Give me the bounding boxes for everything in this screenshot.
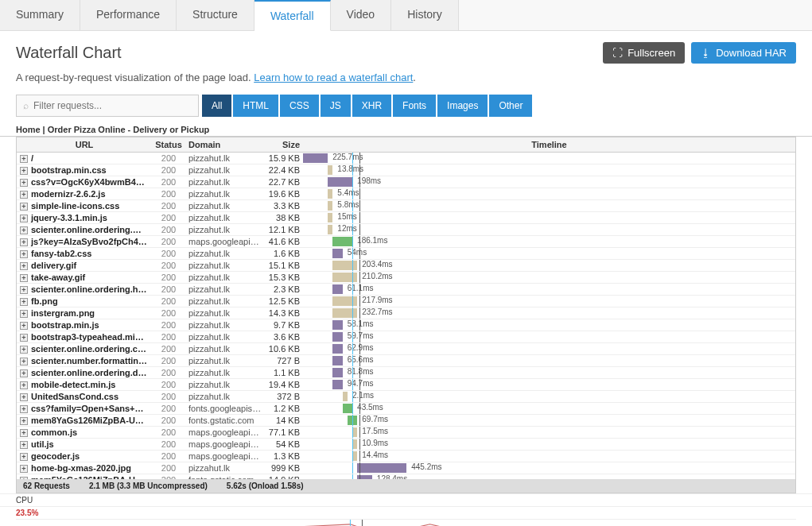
fullscreen-button[interactable]: ⛶ Fullscreen bbox=[603, 42, 685, 64]
expand-icon[interactable]: + bbox=[20, 334, 28, 342]
table-row[interactable]: +bootstrap3-typeahead.min.js200pizzahut.… bbox=[17, 331, 795, 343]
table-row[interactable]: +scienter.number.formatting.js200pizzahu… bbox=[17, 355, 795, 367]
waterfall-table-wrap: URL Status Domain Size Timeline +/200piz… bbox=[16, 137, 796, 493]
expand-icon[interactable]: + bbox=[20, 226, 28, 234]
table-row[interactable]: +modernizr-2.6.2.js200pizzahut.lk19.6 KB… bbox=[17, 188, 795, 200]
expand-icon[interactable]: + bbox=[20, 405, 28, 413]
table-row[interactable]: +jquery-3.3.1.min.js200pizzahut.lk38 KB1… bbox=[17, 212, 795, 224]
filter-css[interactable]: CSS bbox=[280, 95, 319, 117]
status-cell: 200 bbox=[152, 331, 185, 343]
expand-icon[interactable]: + bbox=[20, 417, 28, 425]
expand-icon[interactable]: + bbox=[20, 453, 28, 461]
filter-xhr[interactable]: XHR bbox=[352, 95, 391, 117]
timeline-cell: 5.4ms bbox=[303, 188, 795, 200]
table-row[interactable]: +mem8YaGs126MiZpBA-UFVZ0b...200fonts.gst… bbox=[17, 415, 795, 427]
filter-other[interactable]: Other bbox=[489, 95, 532, 117]
table-row[interactable]: +geocoder.js200maps.googleapis.com1.3 KB… bbox=[17, 451, 795, 462]
expand-icon[interactable]: + bbox=[20, 203, 28, 211]
expand-icon[interactable]: + bbox=[20, 298, 28, 306]
table-row[interactable]: +scienter.online.ordering.home2.js200piz… bbox=[17, 284, 795, 296]
summary-requests: 62 Requests bbox=[23, 482, 70, 490]
url-cell: +geocoder.js bbox=[17, 451, 152, 462]
status-cell: 200 bbox=[152, 403, 185, 415]
expand-icon[interactable]: + bbox=[20, 358, 28, 365]
table-row[interactable]: +scienter.online.ordering.dispositi...20… bbox=[17, 367, 795, 379]
expand-icon[interactable]: + bbox=[20, 429, 28, 437]
filter-js[interactable]: JS bbox=[321, 95, 351, 117]
table-row[interactable]: +util.js200maps.googleapis.com54 KB10.9m… bbox=[17, 439, 795, 451]
table-row[interactable]: +take-away.gif200pizzahut.lk15.3 KB210.2… bbox=[17, 272, 795, 284]
url-cell: +mem5YaGs126MiZpBA-UNirkOU... bbox=[17, 474, 152, 480]
table-row[interactable]: +scienter.online.ordering.commo...200piz… bbox=[17, 343, 795, 355]
table-row[interactable]: +home-bg-xmas-2020.jpg200pizzahut.lk999 … bbox=[17, 462, 795, 474]
table-row[interactable]: +bootstrap.min.css200pizzahut.lk22.4 KB1… bbox=[17, 164, 795, 176]
filter-images[interactable]: Images bbox=[437, 95, 488, 117]
expand-icon[interactable]: + bbox=[20, 191, 28, 199]
expand-icon[interactable]: + bbox=[20, 310, 28, 318]
size-cell: 15.3 KB bbox=[265, 272, 303, 284]
expand-icon[interactable]: + bbox=[20, 179, 28, 187]
expand-icon[interactable]: + bbox=[20, 274, 28, 282]
filter-input-wrap: ⌕ bbox=[16, 95, 199, 117]
table-row[interactable]: +css?v=OgcK6yX4bwmB416Xp2E...200pizzahut… bbox=[17, 176, 795, 188]
tab-history[interactable]: History bbox=[391, 0, 459, 30]
header-buttons: ⛶ Fullscreen ⭳ Download HAR bbox=[603, 42, 796, 64]
table-row[interactable]: +js?key=AIzaSyBvo2fpCh4lIPZg4...200maps.… bbox=[17, 236, 795, 248]
col-url[interactable]: URL bbox=[17, 137, 152, 153]
filter-all[interactable]: All bbox=[202, 95, 231, 117]
table-row[interactable]: +common.js200maps.googleapis.com77.1 KB1… bbox=[17, 427, 795, 439]
expand-icon[interactable]: + bbox=[20, 465, 28, 473]
table-row[interactable]: +css?family=Open+Sans+Conden...200fonts.… bbox=[17, 403, 795, 415]
table-row[interactable]: +scienter.online.ordering.map2.js200pizz… bbox=[17, 224, 795, 236]
expand-icon[interactable]: + bbox=[20, 286, 28, 294]
expand-icon[interactable]: + bbox=[20, 238, 28, 246]
table-row[interactable]: +fb.png200pizzahut.lk12.5 KB217.9ms bbox=[17, 296, 795, 307]
table-row[interactable]: +mobile-detect.min.js200pizzahut.lk19.4 … bbox=[17, 379, 795, 391]
col-size[interactable]: Size bbox=[265, 137, 303, 153]
col-domain[interactable]: Domain bbox=[185, 137, 265, 153]
table-row[interactable]: +delivery.gif200pizzahut.lk15.1 KB203.4m… bbox=[17, 260, 795, 272]
expand-icon[interactable]: + bbox=[20, 155, 28, 163]
expand-icon[interactable]: + bbox=[20, 322, 28, 330]
expand-icon[interactable]: + bbox=[20, 441, 28, 449]
table-row[interactable]: +/200pizzahut.lk15.9 KB225.7ms bbox=[17, 153, 795, 164]
domain-cell: pizzahut.lk bbox=[185, 176, 265, 188]
tab-structure[interactable]: Structure bbox=[177, 0, 254, 30]
expand-icon[interactable]: + bbox=[20, 381, 28, 389]
table-row[interactable]: +simple-line-icons.css200pizzahut.lk3.3 … bbox=[17, 200, 795, 212]
table-row[interactable]: +mem5YaGs126MiZpBA-UNirkOU...200fonts.gs… bbox=[17, 474, 795, 480]
table-row[interactable]: +fansy-tab2.css200pizzahut.lk1.6 KB54ms bbox=[17, 248, 795, 260]
size-cell: 15.1 KB bbox=[265, 260, 303, 272]
tab-performance[interactable]: Performance bbox=[80, 0, 177, 30]
status-cell: 200 bbox=[152, 462, 185, 474]
expand-icon[interactable]: + bbox=[20, 250, 28, 258]
col-timeline[interactable]: Timeline bbox=[303, 137, 795, 153]
expand-icon[interactable]: + bbox=[20, 369, 28, 377]
filter-fonts[interactable]: Fonts bbox=[393, 95, 436, 117]
expand-icon[interactable]: + bbox=[20, 262, 28, 270]
tab-waterfall[interactable]: Waterfall bbox=[254, 0, 331, 31]
table-row[interactable]: +bootstrap.min.js200pizzahut.lk9.7 KB58.… bbox=[17, 319, 795, 331]
timeline-cell: 10.9ms bbox=[303, 439, 795, 451]
expand-icon[interactable]: + bbox=[20, 215, 28, 222]
table-row[interactable]: +instergram.png200pizzahut.lk14.3 KB232.… bbox=[17, 307, 795, 319]
download-har-button[interactable]: ⭳ Download HAR bbox=[691, 42, 796, 64]
filter-input[interactable] bbox=[33, 100, 192, 111]
domain-cell: maps.googleapis.com bbox=[185, 451, 265, 462]
size-cell: 54 KB bbox=[265, 439, 303, 451]
subtitle-link[interactable]: Learn how to read a waterfall chart bbox=[254, 72, 413, 83]
tab-video[interactable]: Video bbox=[331, 0, 392, 30]
expand-icon[interactable]: + bbox=[20, 477, 28, 479]
table-row[interactable]: +UnitedSansCond.css200pizzahut.lk372 B2.… bbox=[17, 391, 795, 403]
size-cell: 12.5 KB bbox=[265, 296, 303, 307]
size-cell: 14.3 KB bbox=[265, 307, 303, 319]
expand-icon[interactable]: + bbox=[20, 167, 28, 175]
table-scroll[interactable]: URL Status Domain Size Timeline +/200piz… bbox=[17, 137, 795, 479]
expand-icon[interactable]: + bbox=[20, 346, 28, 354]
tab-summary[interactable]: Summary bbox=[0, 0, 80, 30]
domain-cell: pizzahut.lk bbox=[185, 212, 265, 224]
col-status[interactable]: Status bbox=[152, 137, 185, 153]
filter-html[interactable]: HTML bbox=[233, 95, 278, 117]
expand-icon[interactable]: + bbox=[20, 393, 28, 401]
size-cell: 1.3 KB bbox=[265, 451, 303, 462]
